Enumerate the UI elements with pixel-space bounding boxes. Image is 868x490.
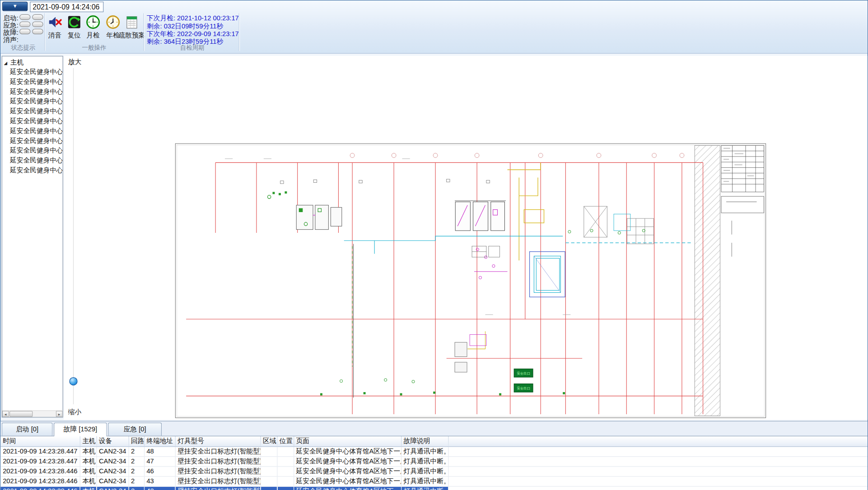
zoom-slider-thumb[interactable]	[69, 377, 77, 385]
reset-button-label: 复位	[65, 31, 84, 41]
column-header-area[interactable]: 区域	[261, 436, 277, 446]
monthly-check-button[interactable]: 月检	[84, 15, 103, 40]
fault-table-container: 时间 主机 设备 回路 终端地址 灯具型号 区域 位置 页面 故障说明 2021…	[0, 436, 868, 490]
current-time-field[interactable]	[30, 2, 103, 12]
tree-item[interactable]: 延安全民健身中心	[10, 68, 63, 78]
tree-item[interactable]: 延安全民健身中心	[10, 126, 63, 136]
tree-item[interactable]: 延安全民健身中心	[10, 146, 63, 156]
tree-item[interactable]: 延安全民健身中心	[10, 87, 63, 97]
group-divider	[239, 13, 239, 51]
actions-group-label: 一般操作	[45, 44, 143, 52]
scrollbar-thumb[interactable]	[9, 411, 33, 417]
fault-table-body: 2021-09-09 14:23:28.447本机CAN2-34248壁挂安全出…	[0, 446, 868, 490]
column-header-device[interactable]: 设备	[96, 436, 128, 446]
monthly-check-icon	[86, 15, 100, 29]
evacuation-plan-button-label: 疏散预案	[118, 31, 145, 41]
window-menu-button[interactable]: ▼	[2, 2, 28, 11]
column-header-filler	[448, 436, 868, 446]
tab-fault[interactable]: 故障 [1529]	[54, 422, 107, 436]
table-row[interactable]: 2021-09-09 14:23:28.446本机CAN2-34243壁挂安全出…	[0, 476, 868, 486]
column-header-page[interactable]: 页面	[294, 436, 401, 446]
tree-expander-icon[interactable]: ◢	[4, 61, 8, 66]
tree-item[interactable]: 延安全民健身中心	[10, 77, 63, 87]
status-indicator	[32, 14, 43, 20]
evacuation-plan-button[interactable]: 疏散预案	[118, 15, 145, 40]
tree-hscrollbar[interactable]: ◄ ►	[2, 410, 63, 417]
evacuation-plan-icon	[125, 15, 139, 29]
floor-plan-drawing[interactable]: 安全出口 安全出口	[175, 143, 766, 418]
fault-table: 时间 主机 设备 回路 终端地址 灯具型号 区域 位置 页面 故障说明 2021…	[0, 436, 868, 490]
scroll-right-icon[interactable]: ►	[56, 411, 63, 417]
column-header-faultdesc[interactable]: 故障说明	[401, 436, 448, 446]
safety-exit-badge[interactable]: 安全出口	[514, 384, 533, 392]
status-group-label: 状态提示	[3, 44, 44, 52]
tree-item[interactable]: 延安全民健身中心	[10, 97, 63, 107]
table-row[interactable]: 2021-09-09 14:23:28.447本机CAN2-34248壁挂安全出…	[0, 446, 868, 456]
plan-viewport[interactable]: 放大 缩小	[64, 56, 868, 420]
tree-item[interactable]: 延安全民健身中心	[10, 156, 63, 166]
mute-button[interactable]: 消音	[45, 15, 65, 40]
event-log-panel: 启动 [0] 故障 [1529] 应急 [0] 时间 主机 设备 回路 终端地址	[0, 421, 868, 490]
tree-item[interactable]: 延安全民健身中心	[10, 136, 63, 146]
fault-table-header: 时间 主机 设备 回路 终端地址 灯具型号 区域 位置 页面 故障说明	[0, 436, 868, 446]
status-indicator	[19, 29, 31, 34]
tree-item[interactable]: 延安全民健身中心	[10, 117, 63, 127]
tree-item[interactable]: 延安全民健身中心	[10, 166, 63, 176]
column-header-time[interactable]: 时间	[0, 436, 79, 446]
group-divider	[144, 13, 144, 51]
toolbar: ▼ 启动: 应急: 故障: 消声: 状态提示 消音	[0, 0, 868, 54]
host-tree-items: 延安全民健身中心延安全民健身中心延安全民健身中心延安全民健身中心延安全民健身中心…	[10, 68, 63, 176]
tree-root-host[interactable]: ◢ 主机	[4, 58, 24, 68]
column-header-position[interactable]: 位置	[277, 436, 294, 446]
table-row[interactable]: 2021-09-09 14:23:28.447本机CAN2-34247壁挂安全出…	[0, 456, 868, 466]
column-header-host[interactable]: 主机	[80, 436, 97, 446]
status-indicator	[19, 22, 31, 27]
column-header-model[interactable]: 灯具型号	[175, 436, 261, 446]
zoom-out-label[interactable]: 缩小	[68, 407, 81, 417]
svg-text:安全出口: 安全出口	[517, 371, 530, 375]
column-header-loop[interactable]: 回路	[129, 436, 144, 446]
tree-root-label: 主机	[10, 59, 23, 66]
column-header-terminal[interactable]: 终端地址	[144, 436, 175, 446]
reset-icon	[67, 15, 81, 29]
svg-text:安全出口: 安全出口	[517, 387, 530, 391]
host-tree-panel: ◢ 主机 延安全民健身中心延安全民健身中心延安全民健身中心延安全民健身中心延安全…	[2, 56, 63, 418]
app-window: ▼ 启动: 应急: 故障: 消声: 状态提示 消音	[0, 0, 868, 490]
selfcheck-group-label: 自检周期	[146, 44, 239, 52]
safety-exit-badge[interactable]: 安全出口	[514, 369, 533, 377]
table-row[interactable]: 2021-09-09 14:23:28.446本机CAN2-34246壁挂安全出…	[0, 466, 868, 476]
reset-button[interactable]: 复位	[65, 15, 84, 40]
table-row[interactable]: 2021-09-09 14:23:28.446本机CAN2-34242壁挂安全出…	[0, 486, 868, 490]
caret-down-icon: ▼	[13, 3, 18, 9]
mute-icon	[47, 15, 62, 29]
monthly-check-button-label: 月检	[84, 31, 103, 41]
status-indicator	[32, 29, 43, 34]
tab-emergency[interactable]: 应急 [0]	[108, 422, 162, 435]
zoom-in-label[interactable]: 放大	[68, 57, 81, 67]
zoom-slider-track[interactable]	[73, 68, 74, 404]
scroll-left-icon[interactable]: ◄	[2, 411, 9, 417]
status-indicator	[19, 14, 31, 20]
status-indicator	[32, 22, 43, 27]
tab-start[interactable]: 启动 [0]	[2, 422, 53, 435]
tree-item[interactable]: 延安全民健身中心	[10, 107, 63, 117]
mute-button-label: 消音	[45, 31, 65, 41]
